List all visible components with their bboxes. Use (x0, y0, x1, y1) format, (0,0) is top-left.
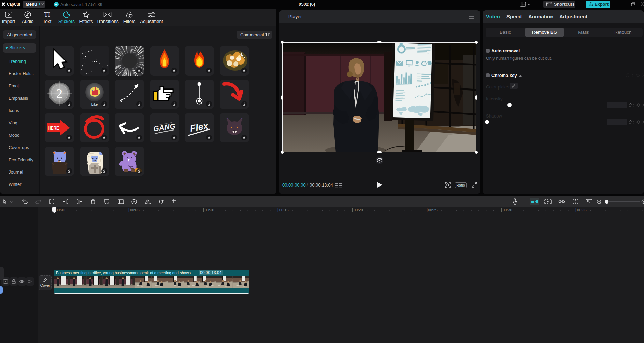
svg-text:Like: Like (91, 102, 98, 106)
svg-text:Flex: Flex (189, 121, 210, 134)
svg-text:2: 2 (56, 86, 63, 100)
svg-text:HERE: HERE (48, 125, 59, 131)
svg-text:GANG: GANG (153, 122, 176, 133)
